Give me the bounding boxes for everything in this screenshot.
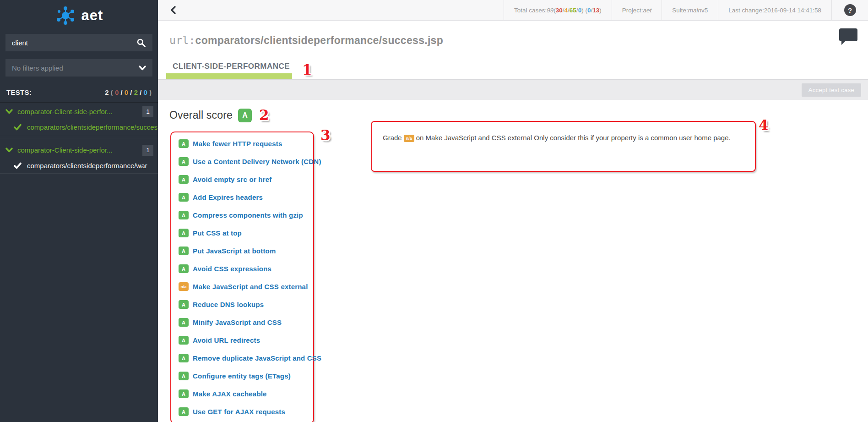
grade-badge: A [179, 247, 189, 255]
check-row: A Avoid empty src or href [171, 170, 313, 188]
total-cases-part: 0 [587, 7, 591, 14]
check-link[interactable]: Avoid empty src or href [193, 175, 271, 183]
test-group-header[interactable]: comparator-Client-side-perfor... 1 [0, 142, 158, 158]
check-link[interactable]: Use a Content Delivery Network (CDN) [193, 158, 321, 165]
chevron-down-icon[interactable] [5, 109, 13, 115]
tabs-row: CLIENT-SIDE-PERFORMANCE 1 [158, 62, 868, 79]
check-link[interactable]: Put JavaScript at bottom [193, 247, 276, 255]
tests-count-part: 0 [143, 88, 147, 96]
grade-badge: A [179, 229, 189, 237]
url-prefix: url: [169, 34, 195, 46]
note-prefix: Grade [383, 134, 402, 142]
total-cases-part: 30 [556, 7, 563, 14]
check-link[interactable]: Make AJAX cacheable [193, 390, 267, 398]
overall-score-label: Overall score [169, 109, 233, 121]
project-label: Project: [622, 7, 643, 14]
grade-badge: A [179, 354, 189, 362]
search-icon[interactable] [136, 38, 146, 48]
help-button[interactable]: ? [831, 0, 868, 20]
test-group-label[interactable]: comparator-Client-side-perfor... [17, 146, 142, 154]
back-button[interactable] [158, 0, 176, 20]
test-group-label[interactable]: comparator-Client-side-perfor... [17, 108, 142, 115]
help-icon[interactable]: ? [844, 4, 856, 16]
check-link[interactable]: Make fewer HTTP requests [193, 140, 282, 148]
check-row: A Avoid CSS expressions [171, 260, 313, 278]
annotation-2: 2 [259, 108, 269, 122]
grade-badge: A [179, 407, 189, 416]
filters-dropdown[interactable]: No filters applied [5, 59, 152, 77]
tests-count-part: / [128, 88, 134, 96]
chevron-down-icon [139, 65, 146, 71]
total-cases-part: ) [599, 7, 602, 14]
tests-count-part: / [119, 88, 125, 96]
annotation-3: 3 [320, 128, 331, 142]
tests-count-part: 0 [125, 88, 128, 96]
test-case-label[interactable]: comparators/clientsideperformance/succes [27, 123, 157, 131]
total-cases-stat: Total cases: 99 ( 30 / 4 / 65 / 0 ) ( 0 … [504, 0, 612, 20]
last-change-stat: Last change: 2016-09-14 14:41:58 [718, 0, 831, 20]
suite-stat: Suite: main v5 [662, 0, 718, 20]
toolbar: Accept test case [158, 79, 868, 100]
check-link[interactable]: Avoid URL redirects [193, 336, 260, 344]
total-cases-part: ) ( [581, 7, 587, 14]
check-row: A Avoid URL redirects [171, 331, 313, 349]
tests-label: TESTS: [6, 88, 32, 96]
grade-badge: A [179, 336, 189, 345]
check-row: A Use GET for AJAX requests [171, 403, 313, 421]
annotation-4: 4 [759, 118, 769, 132]
check-link[interactable]: Avoid CSS expressions [193, 265, 271, 273]
grade-badge: A [179, 193, 189, 202]
chevron-down-icon[interactable] [5, 147, 13, 153]
tests-count-part: ) [147, 88, 152, 96]
check-link[interactable]: Add Expires headers [193, 193, 263, 201]
chevron-left-icon[interactable] [170, 5, 176, 15]
search-input[interactable] [12, 39, 136, 47]
grade-badge: A [179, 211, 189, 219]
logo-text: aet [81, 7, 103, 24]
project-stat: Project: aet [612, 0, 662, 20]
grade-note-text: Graden/aon Make JavaScript and CSS exter… [383, 134, 744, 142]
note-body: on Make JavaScript and CSS external Only… [416, 134, 731, 142]
check-link[interactable]: Remove duplicate JavaScript and CSS [193, 354, 321, 362]
report-body: Overall score A 2 A Make fewer HTTP requ… [158, 100, 868, 401]
app-root: aet No filters applied TESTS: 2 ( 0 / 0 … [0, 0, 868, 422]
grade-badge: A [179, 372, 189, 380]
checks-annotation-box: A Make fewer HTTP requests A Use a Conte… [170, 132, 314, 422]
check-link[interactable]: Make JavaScript and CSS external [193, 283, 308, 290]
tests-count-part: ( [109, 88, 115, 96]
check-row: A Remove duplicate JavaScript and CSS [171, 349, 313, 367]
filters-label: No filters applied [12, 64, 139, 72]
total-cases-part: 13 [592, 7, 599, 14]
tests-count-part: 2 [105, 88, 108, 96]
test-case-item[interactable]: comparators/clientsideperformance/war [0, 158, 158, 174]
comment-icon[interactable] [839, 28, 857, 41]
logo: aet [0, 0, 158, 27]
check-row: A Put JavaScript at bottom [171, 242, 313, 260]
test-group-header[interactable]: comparator-Client-side-perfor... 1 [0, 104, 158, 120]
check-link[interactable]: Compress components with gzip [193, 211, 303, 219]
test-case-label[interactable]: comparators/clientsideperformance/war [27, 162, 147, 170]
tests-summary: TESTS: 2 ( 0 / 0 / 2 / 0 ) [6, 88, 152, 96]
accept-test-case-button[interactable]: Accept test case [802, 83, 861, 97]
check-link[interactable]: Reduce DNS lookups [193, 301, 264, 308]
tab-client-side-performance[interactable]: CLIENT-SIDE-PERFORMANCE [166, 62, 292, 79]
grade-badge: A [179, 175, 189, 184]
check-link[interactable]: Use GET for AJAX requests [193, 408, 285, 416]
check-link[interactable]: Put CSS at top [193, 229, 242, 237]
tests-count-part: 0 [115, 88, 119, 96]
check-row: A Make fewer HTTP requests [171, 135, 313, 153]
search-box[interactable] [5, 34, 152, 51]
check-row: A Add Expires headers [171, 188, 313, 206]
tests-count-part: / [138, 88, 144, 96]
check-row: A Put CSS at top [171, 224, 313, 242]
test-case-item[interactable]: comparators/clientsideperformance/succes [0, 120, 158, 135]
page-title: url:comparators/clientsideperformance/su… [169, 34, 443, 47]
annotation-1: 1 [302, 63, 312, 77]
check-link[interactable]: Minify JavaScript and CSS [193, 318, 282, 326]
overall-score: Overall score A 2 [169, 108, 269, 122]
aet-molecule-icon [55, 5, 76, 26]
check-row: A Minify JavaScript and CSS [171, 313, 313, 331]
suite-label: Suite: [672, 7, 688, 14]
content-header: url:comparators/clientsideperformance/su… [158, 21, 868, 62]
check-link[interactable]: Configure entity tags (ETags) [193, 372, 291, 380]
